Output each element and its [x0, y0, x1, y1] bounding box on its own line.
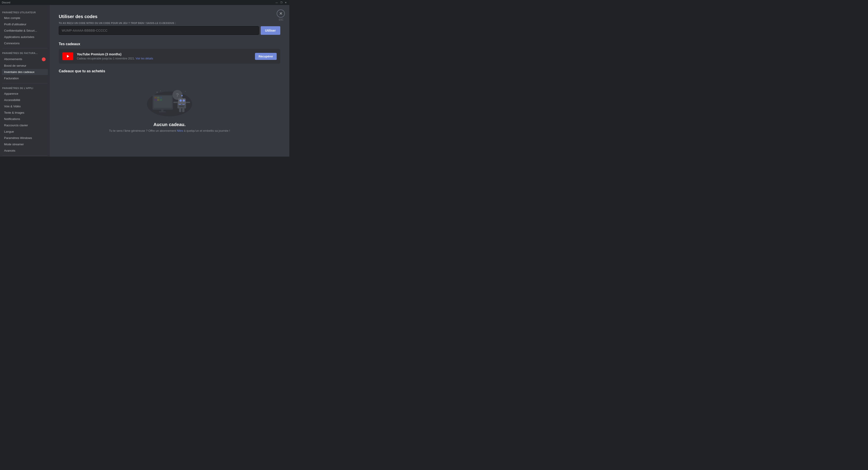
code-input[interactable]: [59, 26, 259, 35]
minimize-button[interactable]: —: [275, 1, 278, 4]
svg-rect-6: [154, 99, 157, 101]
sidebar-item-label: Voix & Vidéo: [4, 105, 21, 108]
title-bar: Discord — ❐ ✕: [0, 0, 289, 5]
svg-rect-23: [186, 102, 190, 103]
sidebar-item-label: Mon compte: [4, 16, 20, 20]
sidebar-item-label: Abonnements: [4, 57, 22, 61]
empty-subtitle-text: Tu te sens l'âme généreuse ? Offre un ab…: [109, 129, 176, 132]
sidebar-item-label: Raccourcis clavier: [4, 124, 28, 127]
svg-point-21: [181, 95, 183, 96]
empty-illustration-svg: ?: [140, 81, 199, 118]
main-content: ✕ ESC Utiliser des codes Tu as reçu un c…: [50, 5, 289, 157]
sidebar-item-label: Accessibilité: [4, 98, 20, 102]
sidebar-item-abonnements[interactable]: Abonnements ⬤: [2, 56, 48, 62]
svg-rect-8: [160, 99, 162, 101]
sidebar-item-boost-serveur[interactable]: Boost de serveur: [2, 63, 48, 69]
gift-expiry-text: Cadeau récupérable jusqu'au 1 novembre 2…: [77, 57, 135, 60]
sidebar-item-langue[interactable]: Langue: [2, 129, 48, 135]
sidebar-item-texte-images[interactable]: Texte & Images: [2, 109, 48, 116]
window-controls: — ❐ ✕: [275, 1, 287, 4]
svg-text:?: ?: [176, 92, 179, 98]
svg-rect-24: [179, 108, 181, 112]
sidebar-section-billing: Paramètres de Factura...: [0, 50, 50, 55]
app-window: Discord — ❐ ✕ Paramètres utilisateur Mon…: [0, 0, 289, 157]
close-window-button[interactable]: ✕: [284, 1, 287, 4]
purchased-title: Cadeaux que tu as achetés: [59, 69, 280, 73]
svg-rect-16: [179, 106, 184, 107]
sidebar-item-label: Notifications: [4, 117, 20, 121]
sidebar-item-apparence[interactable]: Apparence: [2, 91, 48, 97]
gift-name: YouTube Premium (3 months): [77, 53, 251, 56]
svg-point-28: [185, 91, 186, 92]
sidebar-item-avances[interactable]: Avancés: [2, 148, 48, 154]
svg-rect-7: [157, 99, 159, 101]
sidebar-item-label: Langue: [4, 130, 14, 133]
sidebar-item-mon-compte[interactable]: Mon compte: [2, 15, 48, 21]
empty-subtitle-suffix: à quelqu'un et embellis sa journée !: [184, 129, 230, 132]
svg-point-18: [180, 99, 182, 102]
sidebar: Paramètres utilisateur Mon compte Profil…: [0, 5, 50, 157]
sidebar-item-mode-streamer[interactable]: Mode streamer: [2, 141, 48, 147]
close-button[interactable]: ✕: [277, 9, 285, 18]
abonnements-badge: ⬤: [41, 57, 46, 61]
empty-illustration: ?: [140, 81, 199, 118]
sidebar-item-inventaire-cadeaux[interactable]: Inventaire des cadeaux: [2, 69, 48, 75]
sidebar-item-label: Paramètres Windows: [4, 136, 32, 139]
svg-rect-9: [161, 109, 163, 112]
sidebar-item-label: Boost de serveur: [4, 64, 26, 67]
sidebar-item-confidentialite[interactable]: Confidentialité & Sécuri...: [2, 28, 48, 34]
empty-title: Aucun cadeau.: [153, 122, 186, 127]
sidebar-item-label: Avancés: [4, 149, 16, 152]
svg-point-26: [156, 92, 158, 93]
gift-info: YouTube Premium (3 months) Cadeau récupé…: [77, 53, 251, 60]
empty-subtitle: Tu te sens l'âme généreuse ? Offre un ab…: [109, 129, 230, 132]
sidebar-item-label: Applications autorisées: [4, 35, 34, 39]
sidebar-item-label: Confidentialité & Sécuri...: [4, 29, 37, 32]
svg-point-19: [183, 99, 185, 102]
svg-rect-4: [157, 97, 159, 98]
sidebar-item-connexions[interactable]: Connexions: [2, 40, 48, 46]
svg-rect-25: [182, 108, 184, 112]
gift-expiry: Cadeau récupérable jusqu'au 1 novembre 2…: [77, 57, 251, 60]
sidebar-item-notifications[interactable]: Notifications: [2, 116, 48, 122]
svg-rect-22: [174, 102, 178, 103]
sidebar-item-parametres-windows[interactable]: Paramètres Windows: [2, 135, 48, 141]
svg-rect-3: [154, 97, 157, 98]
svg-rect-5: [160, 97, 162, 98]
sidebar-item-label: Inventaire des cadeaux: [4, 70, 34, 74]
app-title: Discord: [2, 1, 10, 4]
page-title: Utiliser des codes: [59, 14, 280, 19]
gift-details-link[interactable]: Voir les détails: [135, 57, 153, 60]
sidebar-item-facturation[interactable]: Facturation: [2, 75, 48, 81]
use-code-button[interactable]: Utiliser: [260, 26, 280, 35]
code-subtitle: Tu as reçu un code Nitro ou un code pour…: [59, 22, 280, 24]
gifts-section-title: Tes cadeaux: [59, 42, 280, 46]
svg-rect-10: [159, 112, 166, 112]
gift-card: YouTube Premium (3 months) Cadeau récupé…: [59, 49, 280, 64]
sidebar-section-user-settings: Paramètres utilisateur: [0, 9, 50, 15]
content-area: Paramètres utilisateur Mon compte Profil…: [0, 5, 289, 157]
redeem-button[interactable]: Récupérer: [255, 53, 277, 60]
sidebar-item-label: Apparence: [4, 92, 18, 95]
code-input-row: Utiliser: [59, 26, 280, 35]
svg-point-27: [160, 90, 161, 91]
esc-label: ESC: [279, 19, 283, 21]
empty-state: ?: [59, 77, 280, 137]
sidebar-item-label: Profil d'utilisateur: [4, 23, 26, 26]
play-icon: [67, 55, 69, 58]
sidebar-item-raccourcis-clavier[interactable]: Raccourcis clavier: [2, 122, 48, 128]
sidebar-item-label: Mode streamer: [4, 143, 24, 146]
sidebar-item-accessibilite[interactable]: Accessibilité: [2, 97, 48, 103]
sidebar-item-label: Connexions: [4, 41, 20, 45]
sidebar-divider-1: [2, 48, 48, 49]
sidebar-item-profil-utilisateur[interactable]: Profil d'utilisateur: [2, 21, 48, 27]
sidebar-item-label: Texte & Images: [4, 111, 24, 114]
restore-button[interactable]: ❐: [279, 1, 283, 4]
sidebar-item-label: Facturation: [4, 76, 19, 80]
sidebar-section-app-settings: Paramètres de l'appli: [0, 85, 50, 90]
sidebar-item-applications[interactable]: Applications autorisées: [2, 34, 48, 40]
nitro-link[interactable]: Nitro: [177, 129, 183, 132]
gift-thumbnail: [62, 53, 73, 60]
sidebar-divider-3: [2, 155, 48, 156]
sidebar-item-voix-video[interactable]: Voix & Vidéo: [2, 103, 48, 109]
